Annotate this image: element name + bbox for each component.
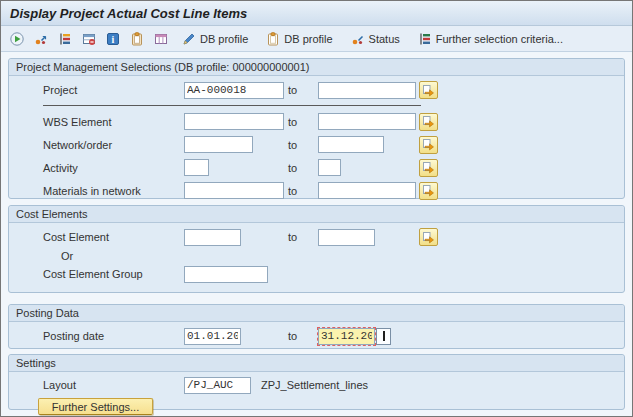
network-order-to-input[interactable] [318, 136, 384, 153]
network-order-from-input[interactable] [184, 136, 253, 153]
layout-row: Layout ZPJ_Settlement_lines [43, 375, 624, 395]
network-order-row: Network/order to [43, 133, 624, 156]
further-selection-criteria-label: Further selection criteria... [436, 33, 563, 45]
section-header: Cost Elements [9, 206, 624, 223]
dynamic-selections-button[interactable] [55, 29, 75, 49]
wbs-element-to-input[interactable] [318, 113, 416, 130]
activity-label: Activity [43, 162, 184, 174]
to-label: to [288, 185, 318, 197]
to-label: to [288, 84, 318, 96]
colored-list-icon [57, 31, 73, 47]
cost-element-row: Cost Element to [43, 226, 624, 248]
pencil-icon [181, 31, 197, 47]
grid-icon [153, 31, 169, 47]
section-header: Project Management Selections (DB profil… [9, 59, 624, 76]
posting-date-to-input[interactable] [318, 328, 375, 345]
date-picker-button[interactable] [376, 328, 391, 345]
posting-date-row: Posting date to [43, 325, 624, 347]
section-body: Posting date to [9, 322, 624, 347]
multiple-selection-arrow-icon [422, 115, 435, 128]
copy-db-profile-button[interactable]: DB profile [263, 30, 334, 48]
section-body: Layout ZPJ_Settlement_lines Further Sett… [9, 372, 624, 415]
wbs-element-row: WBS Element to [43, 110, 624, 133]
cost-element-from-input[interactable] [184, 229, 241, 246]
separator-line [43, 105, 421, 106]
page-title: Display Project Actual Cost Line Items [10, 6, 247, 21]
info-icon: i [105, 31, 121, 47]
materials-in-network-label: Materials in network [43, 185, 184, 197]
colored-list-icon [417, 31, 433, 47]
edit-db-profile-label: DB profile [200, 33, 248, 45]
activity-multiple-selection-button[interactable] [419, 159, 438, 177]
materials-in-network-row: Materials in network to [43, 179, 624, 202]
wbs-element-label: WBS Element [43, 116, 184, 128]
activity-from-input[interactable] [184, 159, 209, 176]
cost-element-to-input[interactable] [318, 229, 375, 246]
copy-db-profile-label: DB profile [284, 33, 332, 45]
status-arrows-icon [350, 31, 366, 47]
cost-element-label: Cost Element [43, 231, 184, 243]
info-button[interactable]: i [103, 29, 123, 49]
section-settings: Settings Layout ZPJ_Settlement_lines Fur… [8, 354, 625, 410]
posting-date-label: Posting date [43, 330, 184, 342]
section-project-management-selections: Project Management Selections (DB profil… [8, 58, 625, 199]
multiple-selection-arrow-icon [422, 84, 435, 97]
execute-icon [9, 31, 25, 47]
status-selection-button[interactable] [31, 29, 51, 49]
further-settings-label: Further Settings... [52, 401, 139, 413]
title-bar: Display Project Actual Cost Line Items [1, 1, 632, 26]
section-body: Cost Element to Or Cost Element Group [9, 223, 624, 285]
layout-input[interactable] [184, 377, 251, 394]
network-order-multiple-selection-button[interactable] [419, 136, 438, 154]
wbs-element-multiple-selection-button[interactable] [419, 113, 438, 131]
table-settings-button[interactable] [151, 29, 171, 49]
project-multiple-selection-button[interactable] [419, 81, 438, 99]
sap-window: Display Project Actual Cost Line Items [0, 0, 633, 417]
edit-db-profile-button[interactable]: DB profile [179, 30, 250, 48]
layout-label: Layout [43, 379, 184, 391]
copy-button[interactable] [127, 29, 147, 49]
project-to-input[interactable] [318, 82, 416, 99]
table-minus-icon [81, 31, 97, 47]
svg-text:i: i [112, 34, 115, 45]
section-cost-elements: Cost Elements Cost Element to Or [8, 205, 625, 293]
section-header: Settings [9, 355, 624, 372]
materials-from-input[interactable] [184, 182, 284, 199]
calendar-icon [383, 331, 385, 341]
layout-description: ZPJ_Settlement_lines [261, 379, 368, 391]
activity-row: Activity to [43, 156, 624, 179]
section-body: Project to WBS Element to [9, 76, 624, 202]
materials-multiple-selection-button[interactable] [419, 182, 438, 200]
status-button[interactable]: Status [348, 30, 402, 48]
further-settings-button[interactable]: Further Settings... [38, 398, 153, 415]
or-row: Or [43, 248, 624, 263]
or-label: Or [61, 250, 73, 262]
project-row: Project to [43, 79, 624, 101]
status-arrows-icon [33, 31, 49, 47]
to-label: to [288, 330, 318, 342]
section-posting-data: Posting Data Posting date to [8, 304, 625, 349]
cost-element-group-label: Cost Element Group [43, 268, 184, 280]
network-order-label: Network/order [43, 139, 184, 151]
clipboard-icon [129, 31, 145, 47]
cost-element-multiple-selection-button[interactable] [419, 228, 438, 246]
to-label: to [288, 231, 318, 243]
to-label: to [288, 116, 318, 128]
status-label: Status [369, 33, 400, 45]
project-label: Project [43, 84, 184, 96]
project-from-input[interactable] [184, 82, 284, 99]
change-layout-button[interactable] [79, 29, 99, 49]
application-toolbar: i DB profile DB profile [1, 26, 632, 52]
wbs-element-from-input[interactable] [184, 113, 284, 130]
activity-to-input[interactable] [318, 159, 341, 176]
to-label: to [288, 162, 318, 174]
execute-button[interactable] [7, 29, 27, 49]
multiple-selection-arrow-icon [422, 184, 435, 197]
further-selection-criteria-button[interactable]: Further selection criteria... [415, 30, 565, 48]
multiple-selection-arrow-icon [422, 138, 435, 151]
multiple-selection-arrow-icon [422, 231, 435, 244]
materials-to-input[interactable] [318, 182, 416, 199]
posting-date-from-input[interactable] [184, 328, 241, 345]
cost-element-group-row: Cost Element Group [43, 263, 624, 285]
cost-element-group-input[interactable] [184, 266, 268, 283]
